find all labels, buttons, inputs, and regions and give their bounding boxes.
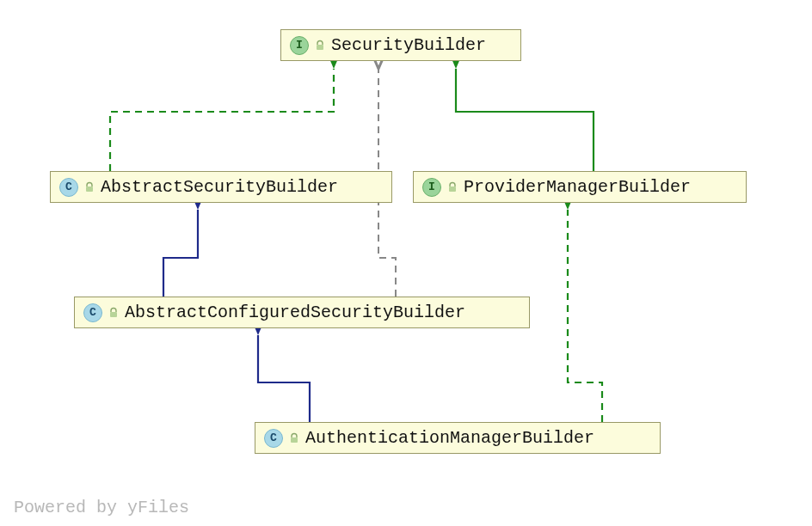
edge-abs-to-sec [110, 69, 334, 171]
edge-amb-to-pmb [568, 210, 602, 422]
node-provider-manager-builder[interactable]: I ProviderManagerBuilder [413, 171, 747, 203]
interface-badge-icon: I [422, 178, 441, 197]
class-badge-icon: C [83, 303, 102, 322]
node-label: SecurityBuilder [331, 35, 486, 55]
svg-rect-0 [317, 45, 323, 50]
lock-icon [446, 181, 458, 193]
lock-icon [314, 40, 326, 52]
class-badge-icon: C [59, 178, 78, 197]
footer-credit: Powered by yFiles [14, 498, 189, 517]
lock-icon [108, 307, 120, 319]
lock-icon [288, 432, 300, 444]
edge-acsb-to-asb [163, 210, 198, 297]
node-label: ProviderManagerBuilder [464, 177, 691, 197]
node-abstract-security-builder[interactable]: C AbstractSecurityBuilder [50, 171, 392, 203]
svg-rect-1 [86, 187, 93, 192]
class-badge-icon: C [264, 429, 283, 448]
interface-badge-icon: I [290, 36, 309, 55]
node-label: AbstractSecurityBuilder [101, 177, 338, 197]
lock-icon [83, 181, 95, 193]
node-authentication-manager-builder[interactable]: C AuthenticationManagerBuilder [255, 422, 661, 454]
node-label: AuthenticationManagerBuilder [305, 428, 594, 448]
node-label: AbstractConfiguredSecurityBuilder [125, 303, 465, 322]
edge-amb-to-acsb [258, 335, 310, 422]
svg-rect-3 [110, 312, 117, 317]
svg-rect-2 [449, 187, 456, 192]
node-security-builder[interactable]: I SecurityBuilder [280, 29, 521, 61]
node-abstract-configured-security-builder[interactable]: C AbstractConfiguredSecurityBuilder [74, 297, 530, 328]
svg-rect-4 [291, 437, 298, 443]
edge-pmb-to-sec [456, 69, 594, 171]
